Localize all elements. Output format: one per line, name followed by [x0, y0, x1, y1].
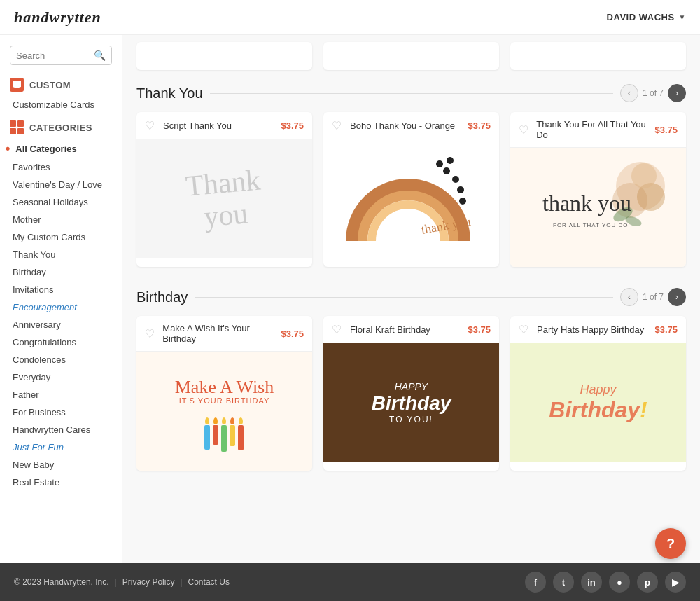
card-name: Party Hats Happy Birthday [537, 324, 644, 335]
user-menu[interactable]: DAVID WACHS ▼ [607, 12, 686, 22]
card-name: Boho Thank You - Orange [350, 120, 455, 131]
thank-you-prev-btn[interactable]: ‹ [620, 84, 638, 102]
thank-you-cards-grid: ♡ Script Thank You $3.75 Thankyou ♡ Boho… [136, 112, 686, 267]
header: handwrytten DAVID WACHS ▼ [0, 0, 700, 35]
facebook-button[interactable]: f [525, 572, 546, 593]
favorite-heart-icon[interactable]: ♡ [332, 119, 344, 132]
sidebar-item-new-baby[interactable]: New Baby [0, 456, 122, 474]
sidebar-item-seasonal[interactable]: Seasonal Holidays [0, 193, 122, 211]
sidebar-item-all-categories[interactable]: All Categories [0, 139, 122, 158]
card-floral-kraft[interactable]: ♡ Floral Kraft Birthday $3.75 HAPPY Birt… [323, 316, 499, 471]
svg-point-3 [459, 198, 466, 205]
boho-rainbow-svg: thank you [345, 143, 478, 255]
sidebar-item-handwrytten-cares[interactable]: Handwrytten Cares [0, 421, 122, 438]
twitter-button[interactable]: t [553, 572, 574, 593]
to-you-text: TO YOU! [372, 415, 451, 424]
happy-line: Happy [549, 382, 647, 397]
chevron-down-icon: ▼ [679, 13, 686, 21]
help-button[interactable]: ? [655, 528, 686, 559]
youtube-button[interactable]: ▶ [665, 572, 686, 593]
thank-you-title: Thank You [136, 85, 203, 102]
sidebar-item-birthday[interactable]: Birthday [0, 263, 122, 281]
favorite-heart-icon[interactable]: ♡ [519, 123, 531, 136]
birthday-pagination: ‹ 1 of 7 › [620, 288, 686, 306]
linkedin-button[interactable]: in [581, 572, 602, 593]
card-thank-you-for-all[interactable]: ♡ Thank You For All That You Do $3.75 [510, 112, 686, 267]
sidebar-item-anniversary[interactable]: Anniversary [0, 316, 122, 333]
favorite-heart-icon[interactable]: ♡ [332, 323, 344, 336]
card-title-area: ♡ Script Thank You [145, 119, 232, 132]
footer-privacy-link[interactable]: Privacy Policy [122, 577, 175, 587]
favorite-heart-icon[interactable]: ♡ [519, 323, 531, 336]
card-title-area: ♡ Boho Thank You - Orange [332, 119, 455, 132]
stub-card-3 [510, 42, 686, 70]
card-make-a-wish[interactable]: ♡ Make A Wish It's Your Birthday $3.75 M… [136, 316, 312, 471]
card-price: $3.75 [654, 125, 678, 135]
card-header: ♡ Party Hats Happy Birthday $3.75 [510, 316, 686, 343]
footer: © 2023 Handwrytten, Inc. | Privacy Polic… [0, 563, 700, 601]
sidebar-item-condolences[interactable]: Condolences [0, 351, 122, 368]
candle-3 [221, 417, 227, 452]
custom-section-icon [10, 78, 24, 92]
card-title-area: ♡ Thank You For All That You Do [519, 119, 654, 140]
search-icon[interactable]: 🔍 [94, 50, 106, 61]
sidebar-item-invitations[interactable]: Invitations [0, 281, 122, 298]
favorite-heart-icon[interactable]: ♡ [145, 119, 158, 132]
card-party-hats[interactable]: ♡ Party Hats Happy Birthday $3.75 Happy … [510, 316, 686, 471]
svg-point-2 [457, 186, 464, 193]
sidebar-item-valentines[interactable]: Valentine's Day / Love [0, 176, 122, 193]
footer-divider-1: | [115, 577, 117, 587]
sidebar-item-my-custom[interactable]: My Custom Cards [0, 228, 122, 246]
sidebar-item-just-for-fun[interactable]: Just For Fun [0, 438, 122, 456]
sidebar-item-thank-you[interactable]: Thank You [0, 246, 122, 263]
card-script-thank-you[interactable]: ♡ Script Thank You $3.75 Thankyou [136, 112, 312, 267]
search-box[interactable]: 🔍 [10, 46, 112, 65]
card-title-area: ♡ Make A Wish It's Your Birthday [145, 323, 281, 344]
birthday-prev-btn[interactable]: ‹ [620, 288, 638, 306]
sidebar: 🔍 CUSTOM Customizable Cards CATEGORIES A… [0, 35, 122, 563]
birthday-next-btn[interactable]: › [668, 288, 686, 306]
birthday-exclaim: Birthday! [549, 397, 647, 423]
thank-you-next-btn[interactable]: › [668, 84, 686, 102]
floral-kraft-art: HAPPY Birthday TO YOU! [361, 371, 462, 435]
svg-point-4 [436, 160, 443, 167]
sidebar-item-encouragement[interactable]: Encouragement [0, 298, 122, 316]
sidebar-item-favorites[interactable]: Favorites [0, 158, 122, 176]
stub-card-1 [136, 42, 312, 70]
card-title-area: ♡ Party Hats Happy Birthday [519, 323, 644, 336]
thank-you-page-label: 1 of 7 [643, 88, 664, 98]
sidebar-item-father[interactable]: Father [0, 386, 122, 403]
main-content: Thank You ‹ 1 of 7 › ♡ Script Thank You … [122, 35, 700, 563]
birthday-cards-grid: ♡ Make A Wish It's Your Birthday $3.75 M… [136, 316, 686, 471]
search-input[interactable] [16, 50, 90, 61]
categories-section-label: CATEGORIES [29, 123, 92, 133]
sidebar-item-congratulations[interactable]: Congratulations [0, 333, 122, 351]
sidebar-item-real-estate[interactable]: Real Estate [0, 474, 122, 491]
card-name: Script Thank You [163, 120, 232, 131]
favorite-heart-icon[interactable]: ♡ [145, 327, 157, 340]
sidebar-item-everyday[interactable]: Everyday [0, 368, 122, 386]
pinterest-button[interactable]: p [637, 572, 658, 593]
card-image-floral-kraft: HAPPY Birthday TO YOU! [323, 343, 499, 462]
custom-section-label: CUSTOM [29, 80, 71, 90]
birthday-title: Birthday [136, 289, 188, 305]
card-name: Floral Kraft Birthday [350, 324, 430, 335]
instagram-button[interactable]: ● [609, 572, 630, 593]
sidebar-item-customizable-cards[interactable]: Customizable Cards [0, 96, 122, 113]
candle-2 [213, 417, 218, 452]
birthday-divider [195, 297, 613, 298]
footer-contact-link[interactable]: Contact Us [188, 577, 230, 587]
sidebar-item-for-business[interactable]: For Business [0, 403, 122, 421]
wish-title: Make A Wish [175, 378, 274, 396]
body-layout: 🔍 CUSTOM Customizable Cards CATEGORIES A… [0, 35, 700, 563]
party-hats-art: Happy Birthday! [542, 375, 654, 430]
sidebar-item-mother[interactable]: Mother [0, 211, 122, 228]
card-header: ♡ Boho Thank You - Orange $3.75 [323, 112, 499, 139]
script-thank-you-art: Thankyou [184, 163, 265, 234]
stub-card-2 [323, 42, 499, 70]
logo: handwrytten [14, 8, 102, 27]
card-boho-thank-you[interactable]: ♡ Boho Thank You - Orange $3.75 [323, 112, 499, 267]
happy-text: HAPPY [372, 381, 451, 392]
card-header: ♡ Script Thank You $3.75 [136, 112, 312, 139]
svg-point-0 [443, 167, 450, 174]
